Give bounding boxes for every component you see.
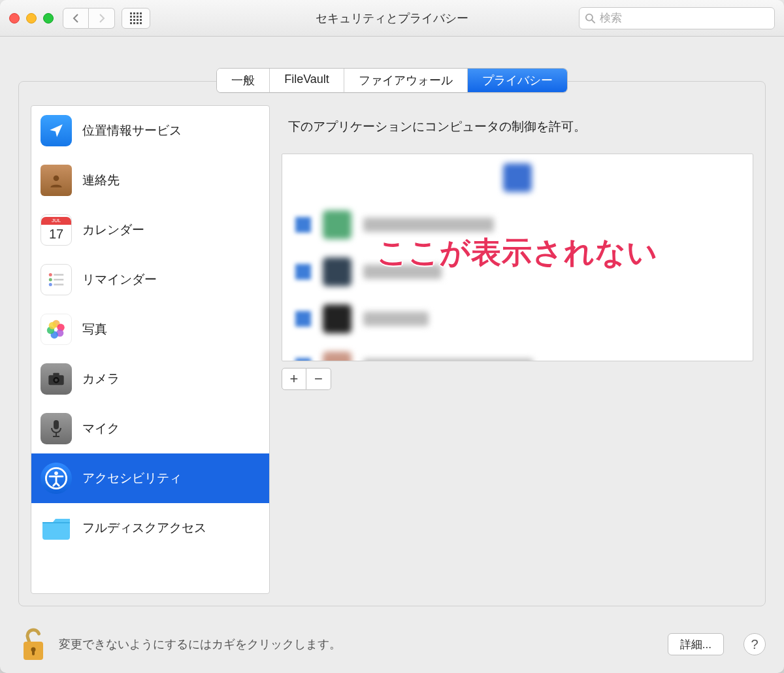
advanced-button[interactable]: 詳細... bbox=[668, 633, 724, 655]
svg-point-23 bbox=[54, 471, 58, 475]
sidebar-item-label: 位置情報サービス bbox=[82, 122, 182, 139]
camera-icon bbox=[41, 363, 72, 395]
help-button[interactable]: ? bbox=[743, 633, 766, 655]
add-button[interactable]: + bbox=[282, 368, 306, 390]
pane-description: 下のアプリケーションにコンピュータの制御を許可。 bbox=[282, 105, 753, 154]
accessibility-icon bbox=[41, 463, 72, 494]
svg-rect-27 bbox=[32, 649, 35, 655]
mic-icon bbox=[41, 413, 72, 444]
svg-rect-19 bbox=[54, 420, 59, 429]
privacy-category-list[interactable]: 位置情報サービス 連絡先 JUL 17 カレンダー bbox=[31, 105, 270, 594]
sidebar-item-label: フルディスクアクセス bbox=[82, 519, 206, 536]
search-input[interactable] bbox=[600, 12, 769, 25]
lock-open-icon bbox=[18, 626, 48, 663]
svg-point-7 bbox=[49, 283, 52, 286]
sidebar-item-contacts[interactable]: 連絡先 bbox=[31, 156, 269, 205]
tab-bar: 一般 FileVault ファイアウォール プライバシー bbox=[18, 68, 766, 93]
tab-filevault[interactable]: FileVault bbox=[270, 69, 344, 92]
content-panel: 位置情報サービス 連絡先 JUL 17 カレンダー bbox=[18, 81, 766, 606]
close-icon[interactable] bbox=[9, 13, 20, 24]
sidebar-item-calendar[interactable]: JUL 17 カレンダー bbox=[31, 205, 269, 255]
remove-button[interactable]: − bbox=[306, 368, 331, 390]
svg-point-2 bbox=[54, 175, 59, 181]
svg-point-14 bbox=[49, 322, 56, 329]
footer: 変更できないようにするにはカギをクリックします。 詳細... ? bbox=[0, 616, 784, 673]
sidebar-item-camera[interactable]: カメラ bbox=[31, 354, 269, 404]
svg-rect-18 bbox=[53, 373, 59, 376]
detail-pane: 下のアプリケーションにコンピュータの制御を許可。 ここが表示されない + − bbox=[282, 105, 753, 594]
sidebar-item-fulldisk[interactable]: フルディスクアクセス bbox=[31, 503, 269, 553]
sidebar-item-reminders[interactable]: リマインダー bbox=[31, 255, 269, 304]
sidebar-item-label: 写真 bbox=[82, 321, 107, 338]
add-remove-controls: + − bbox=[282, 368, 753, 390]
allowed-apps-list[interactable]: ここが表示されない bbox=[282, 154, 753, 361]
lock-button[interactable] bbox=[18, 626, 48, 663]
window-body: 一般 FileVault ファイアウォール プライバシー 位置情報サービス bbox=[0, 37, 784, 616]
titlebar: セキュリティとプライバシー bbox=[0, 0, 784, 37]
lock-message: 変更できないようにするにはカギをクリックします。 bbox=[59, 636, 341, 652]
annotation-overlay: ここが表示されない bbox=[282, 233, 753, 273]
sidebar-item-label: カレンダー bbox=[82, 222, 144, 238]
grid-icon bbox=[129, 12, 142, 25]
sidebar-item-label: 連絡先 bbox=[82, 172, 120, 189]
svg-line-1 bbox=[592, 20, 595, 23]
nav-buttons bbox=[63, 8, 115, 29]
sidebar-item-label: リマインダー bbox=[82, 271, 157, 288]
preferences-window: セキュリティとプライバシー 一般 FileVault ファイアウォール プライバ… bbox=[0, 0, 784, 673]
reminders-icon bbox=[41, 264, 72, 295]
sidebar-item-location[interactable]: 位置情報サービス bbox=[31, 106, 269, 156]
svg-rect-8 bbox=[54, 284, 63, 286]
tab-firewall[interactable]: ファイアウォール bbox=[344, 69, 468, 92]
svg-rect-6 bbox=[54, 279, 63, 281]
minimize-icon[interactable] bbox=[26, 13, 37, 24]
svg-rect-4 bbox=[54, 274, 63, 276]
sidebar-item-accessibility[interactable]: アクセシビリティ bbox=[31, 453, 269, 503]
sidebar-item-label: マイク bbox=[82, 420, 120, 437]
folder-icon bbox=[41, 512, 72, 544]
sidebar-item-microphone[interactable]: マイク bbox=[31, 404, 269, 453]
calendar-icon: JUL 17 bbox=[41, 214, 72, 246]
search-icon bbox=[585, 12, 596, 24]
window-controls bbox=[9, 13, 54, 24]
show-all-button[interactable] bbox=[122, 8, 150, 29]
svg-point-3 bbox=[49, 273, 52, 276]
forward-button[interactable] bbox=[89, 8, 115, 29]
svg-point-0 bbox=[586, 14, 593, 20]
tab-general[interactable]: 一般 bbox=[217, 69, 270, 92]
sidebar-item-label: カメラ bbox=[82, 370, 120, 387]
svg-point-5 bbox=[49, 278, 52, 282]
sidebar-item-label: アクセシビリティ bbox=[82, 470, 182, 487]
location-icon bbox=[41, 115, 72, 146]
back-button[interactable] bbox=[63, 8, 89, 29]
photos-icon bbox=[41, 314, 72, 345]
search-field[interactable] bbox=[579, 7, 775, 29]
sidebar-item-photos[interactable]: 写真 bbox=[31, 304, 269, 354]
tab-privacy[interactable]: プライバシー bbox=[468, 69, 567, 92]
svg-point-17 bbox=[55, 378, 58, 382]
zoom-icon[interactable] bbox=[43, 13, 54, 24]
contacts-icon bbox=[41, 165, 72, 196]
